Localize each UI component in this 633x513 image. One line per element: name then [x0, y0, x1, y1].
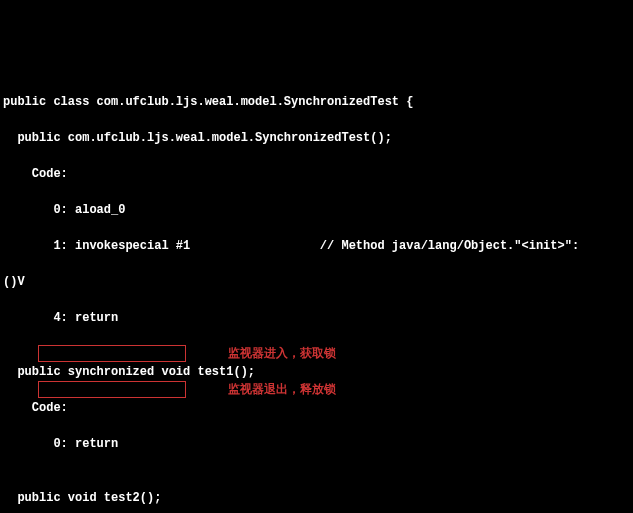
code-line: Code: — [3, 165, 630, 183]
code-line: 0: return — [3, 435, 630, 453]
highlight-box-monitorexit — [38, 381, 186, 398]
annotation-monitorexit: 监视器退出，释放锁 — [228, 381, 336, 399]
bytecode-output: public class com.ufclub.ljs.weal.model.S… — [3, 75, 630, 513]
code-line: Code: — [3, 399, 630, 417]
code-line: public void test2(); — [3, 489, 630, 507]
code-line: 4: return — [3, 309, 630, 327]
code-line: public synchronized void test1(); — [3, 363, 630, 381]
code-line: ()V — [3, 273, 630, 291]
annotation-monitorenter: 监视器进入，获取锁 — [228, 345, 336, 363]
code-line: 0: aload_0 — [3, 201, 630, 219]
code-line: public class com.ufclub.ljs.weal.model.S… — [3, 93, 630, 111]
highlight-box-monitorenter — [38, 345, 186, 362]
code-line: 1: invokespecial #1 // Method java/lang/… — [3, 237, 630, 255]
code-line: public com.ufclub.ljs.weal.model.Synchro… — [3, 129, 630, 147]
